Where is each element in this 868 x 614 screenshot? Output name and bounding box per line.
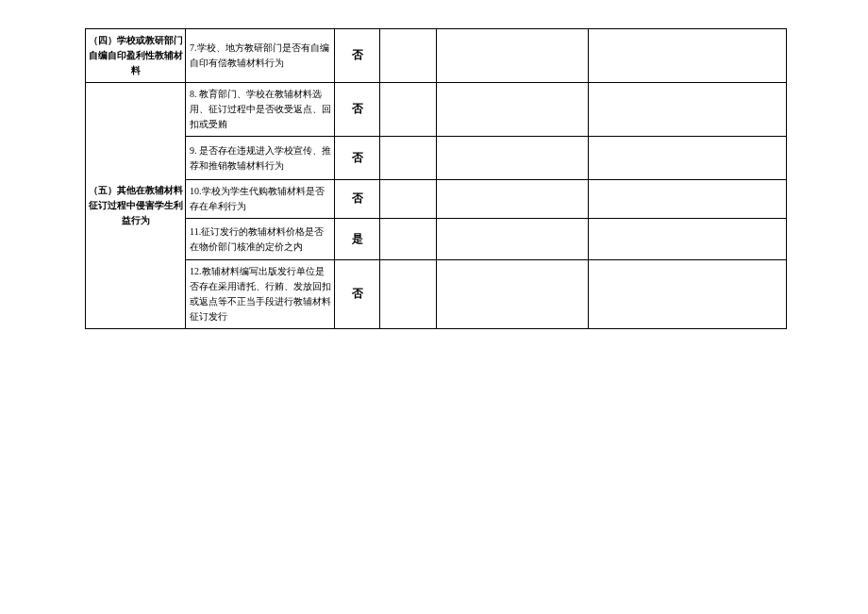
blank-cell xyxy=(437,29,589,83)
table-row: （四）学校或教研部门自编自印盈利性教辅材料 7.学校、地方教研部门是否有自编自印… xyxy=(86,29,787,83)
table-row: 12.教辅材料编写出版发行单位是否存在采用请托、行贿、发放回扣或返点等不正当手段… xyxy=(86,260,787,329)
item-cell: 11.征订发行的教辅材料价格是否在物价部门核准的定价之内 xyxy=(186,219,335,260)
blank-cell xyxy=(589,83,787,137)
blank-cell xyxy=(437,260,589,329)
answer-cell: 否 xyxy=(335,260,380,329)
table-row: 11.征订发行的教辅材料价格是否在物价部门核准的定价之内 是 xyxy=(86,219,787,260)
category-cell: （四）学校或教研部门自编自印盈利性教辅材料 xyxy=(86,29,186,83)
blank-cell xyxy=(437,83,589,137)
table-row: 10.学校为学生代购教辅材料是否存在牟利行为 否 xyxy=(86,180,787,219)
blank-cell xyxy=(380,260,437,329)
blank-cell xyxy=(380,137,437,180)
blank-cell xyxy=(437,219,589,260)
table-row: （五）其他在教辅材料征订过程中侵害学生利益行为 8. 教育部门、学校在教辅材料选… xyxy=(86,83,787,137)
answer-cell: 否 xyxy=(335,137,380,180)
blank-cell xyxy=(589,137,787,180)
blank-cell xyxy=(589,219,787,260)
inspection-table: （四）学校或教研部门自编自印盈利性教辅材料 7.学校、地方教研部门是否有自编自印… xyxy=(85,28,787,329)
blank-cell xyxy=(437,180,589,219)
blank-cell xyxy=(380,83,437,137)
answer-cell: 否 xyxy=(335,180,380,219)
blank-cell xyxy=(380,180,437,219)
item-cell: 7.学校、地方教研部门是否有自编自印有偿教辅材料行为 xyxy=(186,29,335,83)
blank-cell xyxy=(437,137,589,180)
table-row: 9. 是否存在违规进入学校宣传、推荐和推销教辅材料行为 否 xyxy=(86,137,787,180)
blank-cell xyxy=(380,219,437,260)
item-cell: 10.学校为学生代购教辅材料是否存在牟利行为 xyxy=(186,180,335,219)
category-cell: （五）其他在教辅材料征订过程中侵害学生利益行为 xyxy=(86,83,186,329)
item-cell: 12.教辅材料编写出版发行单位是否存在采用请托、行贿、发放回扣或返点等不正当手段… xyxy=(186,260,335,329)
blank-cell xyxy=(589,29,787,83)
blank-cell xyxy=(589,260,787,329)
item-cell: 8. 教育部门、学校在教辅材料选用、征订过程中是否收受返点、回扣或受贿 xyxy=(186,83,335,137)
blank-cell xyxy=(589,180,787,219)
answer-cell: 是 xyxy=(335,219,380,260)
item-cell: 9. 是否存在违规进入学校宣传、推荐和推销教辅材料行为 xyxy=(186,137,335,180)
answer-cell: 否 xyxy=(335,29,380,83)
blank-cell xyxy=(380,29,437,83)
answer-cell: 否 xyxy=(335,83,380,137)
